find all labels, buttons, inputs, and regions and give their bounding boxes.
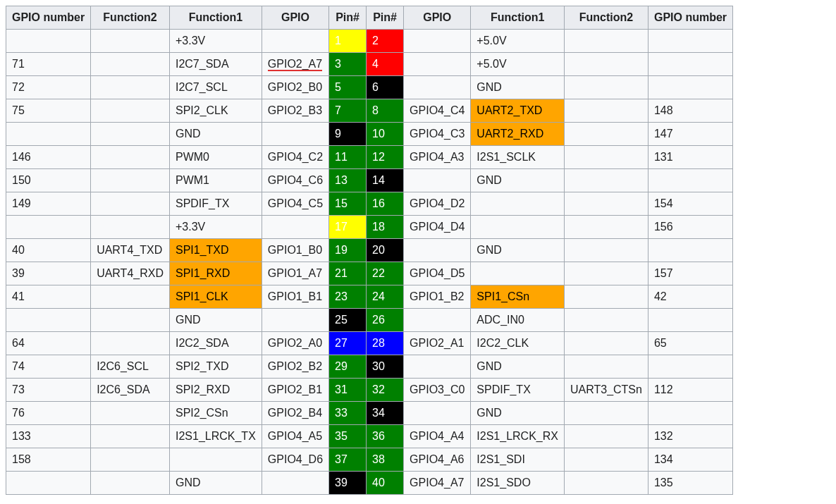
- r-function2: [564, 216, 648, 239]
- l-pin: 19: [329, 239, 367, 262]
- table-row: 158GPIO4_D63738GPIO4_A6I2S1_SDI134: [6, 448, 733, 472]
- hdr-l-function1: Function1: [169, 6, 262, 30]
- r-gpio-number: [648, 402, 732, 425]
- l-gpio: GPIO4_D6: [262, 448, 328, 472]
- hdr-r-gpio-number: GPIO number: [648, 6, 732, 30]
- l-gpio-number: 39: [6, 262, 91, 285]
- l-gpio-number: [6, 123, 91, 146]
- r-pin: 28: [367, 332, 404, 355]
- l-function2: [91, 309, 170, 332]
- l-function1: SPI2_TXD: [169, 355, 262, 379]
- r-function1: [471, 216, 565, 239]
- l-function2: I2C6_SCL: [91, 355, 170, 379]
- hdr-l-gpio: GPIO: [262, 6, 328, 30]
- l-pin: 7: [329, 99, 367, 123]
- r-gpio-number: [648, 239, 732, 262]
- r-function2: [564, 402, 648, 425]
- l-gpio: [262, 309, 328, 332]
- r-pin: 34: [367, 402, 404, 425]
- l-function2: [91, 332, 170, 355]
- hdr-l-pin: Pin#: [329, 6, 367, 30]
- r-gpio: GPIO4_D2: [404, 192, 471, 216]
- l-pin: 17: [329, 216, 367, 239]
- header-row: GPIO number Function2 Function1 GPIO Pin…: [6, 6, 733, 30]
- l-gpio: GPIO4_C2: [262, 146, 328, 169]
- r-gpio-number: [648, 355, 732, 379]
- r-function1: +5.0V: [471, 53, 565, 76]
- l-gpio: [262, 472, 328, 495]
- l-pin: 11: [329, 146, 367, 169]
- l-function1: SPI1_RXD: [169, 262, 262, 285]
- l-function2: I2C6_SDA: [91, 379, 170, 402]
- r-function1: I2S1_SCLK: [471, 146, 565, 169]
- r-function1: GND: [471, 239, 565, 262]
- l-function2: [91, 169, 170, 192]
- r-function2: [564, 76, 648, 99]
- table-row: 39UART4_RXDSPI1_RXDGPIO1_A72122GPIO4_D51…: [6, 262, 733, 285]
- l-pin: 13: [329, 169, 367, 192]
- r-function2: [564, 425, 648, 448]
- r-function1: GND: [471, 355, 565, 379]
- l-gpio-number: 76: [6, 402, 91, 425]
- l-pin: 25: [329, 309, 367, 332]
- l-gpio: GPIO1_B1: [262, 285, 328, 309]
- r-gpio-number: [648, 309, 732, 332]
- r-function2: [564, 53, 648, 76]
- r-gpio: GPIO4_D4: [404, 216, 471, 239]
- l-function1: SPDIF_TX: [169, 192, 262, 216]
- r-pin: 40: [367, 472, 404, 495]
- l-gpio: GPIO1_A7: [262, 262, 328, 285]
- r-gpio: GPIO4_A3: [404, 146, 471, 169]
- l-pin: 37: [329, 448, 367, 472]
- l-pin: 3: [329, 53, 367, 76]
- l-gpio: GPIO1_B0: [262, 239, 328, 262]
- r-pin: 14: [367, 169, 404, 192]
- l-gpio-number: 133: [6, 425, 91, 448]
- l-gpio-number: 150: [6, 169, 91, 192]
- l-gpio-number: 73: [6, 379, 91, 402]
- l-gpio-number: 72: [6, 76, 91, 99]
- l-gpio: GPIO2_B2: [262, 355, 328, 379]
- l-gpio: GPIO4_C5: [262, 192, 328, 216]
- r-gpio-number: 154: [648, 192, 732, 216]
- r-function2: [564, 285, 648, 309]
- r-function2: [564, 169, 648, 192]
- l-gpio-number: 71: [6, 53, 91, 76]
- l-pin: 29: [329, 355, 367, 379]
- l-function2: [91, 192, 170, 216]
- l-function1: +3.3V: [169, 216, 262, 239]
- l-gpio: [262, 123, 328, 146]
- r-pin: 12: [367, 146, 404, 169]
- r-pin: 38: [367, 448, 404, 472]
- r-function1: ADC_IN0: [471, 309, 565, 332]
- r-pin: 30: [367, 355, 404, 379]
- r-function1: I2S1_LRCK_RX: [471, 425, 565, 448]
- l-function1: GND: [169, 123, 262, 146]
- r-gpio: GPIO4_A7: [404, 472, 471, 495]
- l-function1: I2C2_SDA: [169, 332, 262, 355]
- r-gpio: [404, 76, 471, 99]
- l-pin: 39: [329, 472, 367, 495]
- r-function2: [564, 332, 648, 355]
- table-row: 146PWM0GPIO4_C21112GPIO4_A3I2S1_SCLK131: [6, 146, 733, 169]
- r-function1: GND: [471, 169, 565, 192]
- r-gpio: GPIO4_A6: [404, 448, 471, 472]
- l-gpio: [262, 30, 328, 53]
- r-gpio: [404, 309, 471, 332]
- l-function1: SPI2_RXD: [169, 379, 262, 402]
- l-function1: I2S1_LRCK_TX: [169, 425, 262, 448]
- r-gpio-number: 112: [648, 379, 732, 402]
- r-gpio: GPIO4_A4: [404, 425, 471, 448]
- l-gpio: GPIO2_A7: [262, 53, 328, 76]
- l-gpio-number: [6, 309, 91, 332]
- r-gpio-number: 157: [648, 262, 732, 285]
- r-gpio: GPIO4_C3: [404, 123, 471, 146]
- l-gpio-number: 158: [6, 448, 91, 472]
- l-function1: SPI1_TXD: [169, 239, 262, 262]
- table-row: 75SPI2_CLKGPIO2_B378GPIO4_C4UART2_TXD148: [6, 99, 733, 123]
- r-function1: +5.0V: [471, 30, 565, 53]
- r-pin: 6: [367, 76, 404, 99]
- l-pin: 15: [329, 192, 367, 216]
- r-function2: [564, 355, 648, 379]
- r-function2: [564, 448, 648, 472]
